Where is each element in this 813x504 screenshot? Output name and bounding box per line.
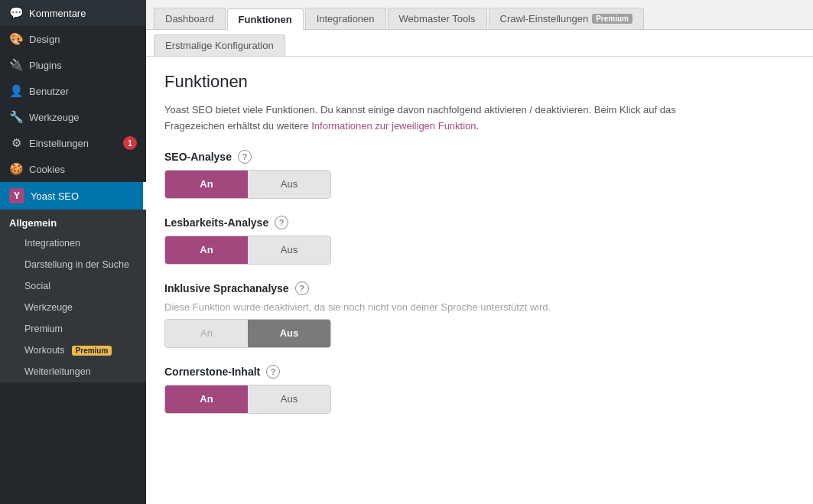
toggle-on-seo[interactable]: An — [165, 171, 248, 198]
feature-label-cornerstone: Cornerstone-Inhalt — [164, 366, 260, 378]
feature-seo-analyse: SEO-Analyse ? An Aus — [164, 150, 795, 199]
einstellungen-badge: 1 — [123, 136, 137, 150]
tab-dashboard[interactable]: Dashboard — [154, 8, 226, 29]
content-area: Funktionen Yoast SEO bietet viele Funkti… — [146, 57, 813, 504]
tab-erstmalige-konfiguration[interactable]: Erstmalige Konfiguration — [154, 34, 285, 56]
toggle-off-sprachanalyse[interactable]: Aus — [248, 320, 330, 347]
toggle-lesbarkeits-analyse: An Aus — [164, 236, 331, 265]
help-icon-sprachanalyse[interactable]: ? — [295, 281, 309, 295]
toggle-seo-analyse: An Aus — [164, 170, 331, 199]
toggle-off-cornerstone[interactable]: Aus — [248, 385, 330, 413]
sidebar-item-plugins[interactable]: 🔌 Plugins — [0, 52, 146, 78]
tab-funktionen[interactable]: Funktionen — [227, 8, 304, 30]
plugins-icon: 🔌 — [9, 58, 23, 72]
sidebar-item-label: Plugins — [29, 60, 62, 71]
tab-crawl-einstellungen[interactable]: Crawl-Einstellungen Premium — [489, 8, 644, 29]
sidebar-item-label: Cookies — [29, 164, 65, 175]
feature-inklusive-sprachanalyse: Inklusive Sprachanalyse ? Diese Funktion… — [164, 281, 795, 348]
sidebar-item-kommentare[interactable]: 💬 Kommentare — [0, 0, 146, 26]
sidebar-item-werkzeuge[interactable]: 🔧 Werkzeuge — [0, 104, 146, 130]
einstellungen-icon: ⚙ — [9, 136, 23, 150]
sidebar: 💬 Kommentare 🎨 Design 🔌 Plugins 👤 Benutz… — [0, 0, 146, 504]
tabs-row1: Dashboard Funktionen Integrationen Webma… — [146, 0, 813, 30]
help-icon-lesbarkeit[interactable]: ? — [275, 216, 288, 229]
feature-header-seo: SEO-Analyse ? — [164, 150, 795, 164]
sidebar-item-label: Benutzer — [29, 86, 69, 97]
feature-header-lesbarkeit: Lesbarkeits-Analyse ? — [164, 216, 795, 229]
intro-text: Yoast SEO bietet viele Funktionen. Du ka… — [164, 102, 738, 135]
workouts-premium-badge: Premium — [72, 346, 112, 356]
toggle-off-lesbarkeit[interactable]: Aus — [248, 236, 330, 264]
disabled-text-sprachanalyse: Diese Funktion wurde deaktiviert, da sie… — [164, 301, 795, 313]
toggle-on-cornerstone[interactable]: An — [165, 385, 248, 413]
feature-header-sprachanalyse: Inklusive Sprachanalyse ? — [164, 281, 795, 295]
tab-webmaster-tools[interactable]: Webmaster Tools — [388, 8, 487, 29]
tab-integrationen[interactable]: Integrationen — [305, 8, 386, 29]
crawl-premium-badge: Premium — [592, 14, 633, 24]
toggle-on-lesbarkeit[interactable]: An — [165, 236, 248, 264]
sidebar-subitem-darstellung[interactable]: Darstellung in der Suche — [0, 254, 146, 275]
sidebar-subitem-workouts[interactable]: Workouts Premium — [0, 340, 146, 361]
page-title: Funktionen — [164, 72, 795, 92]
sidebar-item-label: Einstellungen — [29, 138, 89, 149]
toggle-off-seo[interactable]: Aus — [248, 171, 330, 198]
cookies-icon: 🍪 — [9, 162, 23, 176]
sidebar-item-einstellungen[interactable]: ⚙ Einstellungen 1 — [0, 130, 146, 156]
yoast-icon: Y — [9, 188, 24, 203]
sidebar-item-cookies[interactable]: 🍪 Cookies — [0, 156, 146, 182]
sidebar-item-label: Kommentare — [29, 8, 86, 19]
sidebar-subitem-werkzeuge[interactable]: Werkzeuge — [0, 297, 146, 318]
sidebar-subitem-integrationen[interactable]: Integrationen — [0, 232, 146, 254]
sidebar-item-benutzer[interactable]: 👤 Benutzer — [0, 78, 146, 104]
sidebar-subitem-premium[interactable]: Premium — [0, 318, 146, 340]
feature-header-cornerstone: Cornerstone-Inhalt ? — [164, 365, 795, 379]
feature-lesbarkeits-analyse: Lesbarkeits-Analyse ? An Aus — [164, 216, 795, 265]
sidebar-item-label: Werkzeuge — [29, 112, 80, 123]
feature-cornerstone-inhalt: Cornerstone-Inhalt ? An Aus — [164, 365, 795, 414]
feature-label-lesbarkeit: Lesbarkeits-Analyse — [164, 216, 268, 229]
design-icon: 🎨 — [9, 32, 23, 46]
sidebar-item-yoast-seo[interactable]: Y Yoast SEO — [0, 182, 146, 210]
active-indicator — [143, 182, 146, 210]
sidebar-submenu: Allgemein Integrationen Darstellung in d… — [0, 210, 146, 382]
help-icon-cornerstone[interactable]: ? — [266, 365, 280, 379]
kommentare-icon: 💬 — [9, 6, 23, 20]
main-content: Dashboard Funktionen Integrationen Webma… — [146, 0, 813, 504]
sidebar-item-label: Yoast SEO — [31, 190, 79, 202]
toggle-cornerstone: An Aus — [164, 385, 331, 414]
feature-label-seo: SEO-Analyse — [164, 151, 232, 163]
sidebar-item-design[interactable]: 🎨 Design — [0, 26, 146, 52]
toggle-sprachanalyse: An Aus — [164, 319, 331, 348]
feature-label-sprachanalyse: Inklusive Sprachanalyse — [164, 282, 289, 294]
werkzeuge-icon: 🔧 — [9, 110, 23, 124]
sidebar-subitem-weiterleitungen[interactable]: Weiterleitungen — [0, 361, 146, 382]
tabs-row2: Erstmalige Konfiguration — [146, 30, 813, 57]
sidebar-subitem-social[interactable]: Social — [0, 275, 146, 297]
submenu-header: Allgemein — [0, 210, 146, 232]
benutzer-icon: 👤 — [9, 84, 23, 98]
sidebar-item-label: Design — [29, 34, 60, 45]
intro-link[interactable]: Informationen zur jeweiligen Funktion — [311, 120, 476, 132]
help-icon-seo[interactable]: ? — [238, 150, 252, 164]
toggle-on-sprachanalyse[interactable]: An — [165, 320, 248, 347]
